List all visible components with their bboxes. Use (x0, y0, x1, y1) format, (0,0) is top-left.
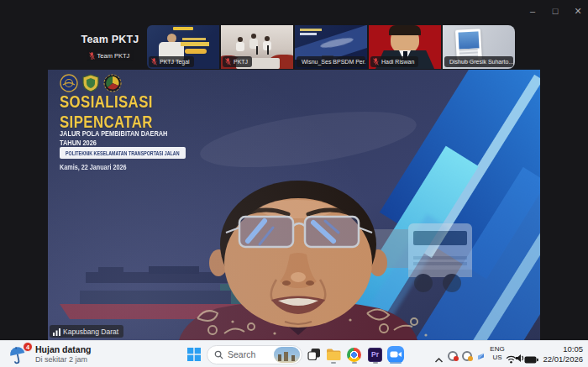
chrome-button[interactable] (347, 348, 361, 362)
notification-badge: 4 (23, 342, 33, 352)
thumb-text-art (181, 42, 209, 46)
slide-subtitle-line2: TAHUN 2026 (60, 138, 97, 147)
slide-plane-art (197, 101, 419, 178)
slide-stripe-art (436, 186, 540, 340)
open-app-indicator (373, 362, 378, 364)
kemenhub-logo-icon (60, 74, 78, 92)
participant-tag: PKTJ Tegal (149, 56, 194, 67)
main-speaker-tag: Kapusbang Darat (50, 325, 123, 338)
participant-tag-label: Wisnu_Ses BPSDM Per... (302, 59, 365, 65)
slide-institution-label: POLITEKNIK KESELAMATAN TRANSPORTASI JALA… (66, 150, 179, 156)
weather-icon: 4 (8, 343, 29, 364)
participant-tag: Wisnu_Ses BPSDM Per... (297, 56, 365, 67)
close-button[interactable]: ✕ (568, 3, 588, 19)
slide-logo-row (60, 74, 122, 92)
main-video[interactable]: SOSIALISASI SIPENCATAR JALUR POLA PEMBIB… (48, 70, 540, 340)
active-speaker-block: Team PKTJ Team PKTJ (60, 34, 160, 63)
thumb-button-art (185, 49, 207, 54)
windows-start-button[interactable] (187, 348, 201, 364)
chip-building-art (278, 354, 281, 361)
weather-widget[interactable]: 4 Hujan datang Di sekitar 2 jam (8, 343, 92, 364)
weather-subtitle: Di sekitar 2 jam (35, 355, 92, 364)
presenter-person (174, 177, 451, 340)
zoom-camera-icon (387, 346, 404, 363)
search-icon (214, 350, 223, 359)
participant-tag-label: Hadi Riswan (381, 59, 414, 65)
active-speaker-tag: Team PKTJ (87, 50, 134, 61)
taskbar: 4 Hujan datang Di sekitar 2 jam Search (0, 340, 588, 367)
slide-subtitle-line1: JALUR POLA PEMBIBITAN DAERAH (60, 128, 167, 138)
zoom-button[interactable] (387, 346, 404, 363)
language-primary: ENG (490, 345, 505, 354)
tray-orange-badge (468, 356, 473, 361)
tray-input-arrows-icon[interactable] (475, 350, 486, 365)
participant-tag: Dishub Gresik Suharto... (444, 56, 513, 67)
thumb-text-art (182, 38, 206, 40)
slide-title-line2: SIPENCATAR (60, 112, 153, 132)
open-app-indicator (331, 362, 336, 364)
search-highlight-image (274, 347, 300, 363)
minimize-button[interactable]: – (522, 3, 543, 19)
batik-pattern-art (197, 309, 417, 334)
active-speaker-name: Team PKTJ (60, 34, 160, 45)
restore-button[interactable]: □ (545, 3, 565, 19)
tray-sync-icon[interactable] (448, 351, 458, 361)
chip-building-art (291, 355, 295, 361)
search-input[interactable]: Search (207, 345, 302, 364)
tray-update-icon[interactable] (462, 351, 472, 361)
language-indicator[interactable]: ENG US (490, 345, 505, 362)
participant-tag-label: PKTJ (234, 59, 248, 65)
tray-expand-chevron[interactable] (434, 352, 444, 367)
search-placeholder: Search (228, 349, 255, 359)
tray-red-badge (454, 356, 459, 361)
task-view-button[interactable] (307, 348, 321, 364)
weather-title: Hujan datang (35, 344, 92, 354)
gear-logo-icon (103, 74, 122, 92)
participant-thumbnail-pktj-tegal[interactable]: PKTJ Tegal (147, 25, 219, 69)
thumb-text-art (300, 33, 317, 35)
battery-icon[interactable] (524, 352, 538, 367)
thumb-hair-art (389, 25, 421, 35)
muted-mic-icon (373, 58, 379, 66)
tray-time: 10:05 (543, 344, 583, 354)
slide-date: Kamis, 22 Januari 2026 (60, 163, 127, 171)
thumb-mic-stand-art (267, 45, 269, 55)
slide-stripe-art (376, 167, 540, 340)
active-speaker-tag-label: Team PKTJ (97, 52, 130, 60)
slide-stripe-art (423, 75, 540, 258)
participant-thumbnail-wisnu[interactable]: Wisnu_Ses BPSDM Per... (295, 25, 367, 69)
muted-mic-icon (151, 58, 157, 66)
slide-stripe-art (341, 146, 479, 334)
participant-tag-label: Dishub Gresik Suharto... (449, 59, 513, 65)
slide-stripe-art (311, 214, 448, 340)
muted-mic-icon (225, 58, 231, 66)
slide-stripe-art (380, 70, 540, 279)
participant-tag: PKTJ (223, 56, 252, 67)
shield-logo-icon (82, 74, 99, 92)
open-app-indicator (352, 362, 357, 364)
active-app-indicator (390, 362, 402, 364)
tray-date: 22/01/2026 (543, 354, 583, 364)
participant-thumbnail-dishub[interactable]: Dishub Gresik Suharto... (443, 25, 515, 69)
slide-truck-art (304, 219, 497, 296)
participant-tag-label: PKTJ Tegal (160, 59, 190, 65)
language-secondary: US (490, 354, 505, 362)
slide-institution-box: POLITEKNIK KESELAMATAN TRANSPORTASI JALA… (60, 147, 186, 159)
participant-thumbnail-pktj[interactable]: PKTJ (221, 25, 293, 69)
thumb-person-art (236, 42, 244, 51)
participant-tag: Hadi Riswan (370, 56, 418, 67)
audio-level-icon (53, 328, 60, 336)
slide-ships-art (48, 265, 367, 328)
slide-title-line1: SOSIALISASI (60, 92, 153, 112)
thumb-photo-sky-art (458, 31, 479, 49)
clock-widget[interactable]: 10:05 22/01/2026 (543, 344, 583, 364)
premiere-pro-button[interactable]: Pr (368, 348, 382, 362)
thumb-mic-stand-art (256, 46, 258, 55)
participant-thumbnail-hadi[interactable]: Hadi Riswan (369, 25, 441, 69)
thumb-banner-art (173, 27, 193, 30)
muted-mic-icon (89, 52, 95, 60)
thumb-text-art (300, 29, 322, 31)
app-window: – □ ✕ Team PKTJ Team PKTJ PKTJ Tegal (0, 0, 588, 367)
main-speaker-tag-label: Kapusbang Darat (63, 328, 118, 336)
chip-building-art (284, 352, 288, 361)
